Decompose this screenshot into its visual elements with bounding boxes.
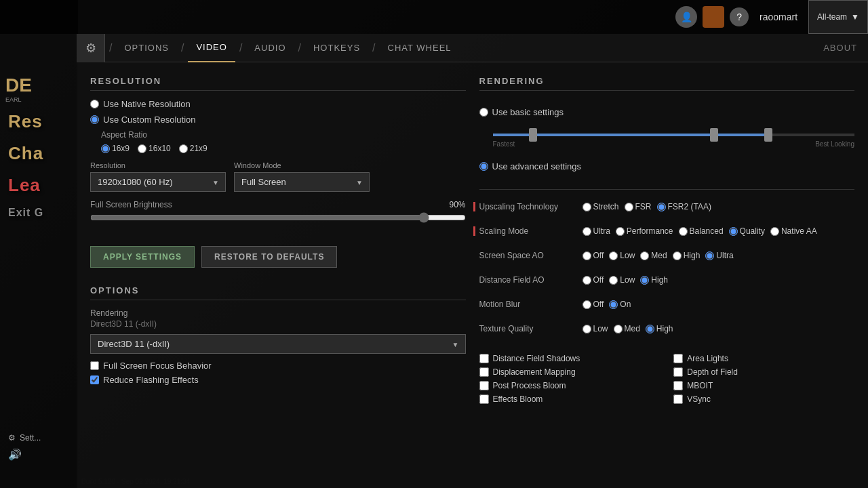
use-advanced-label[interactable]: Use advanced settings bbox=[492, 161, 582, 171]
dm-label[interactable]: Displacement Mapping bbox=[493, 367, 576, 377]
nav-hotkeys[interactable]: HOTKEYS bbox=[305, 34, 368, 62]
ssao-med-radio[interactable] bbox=[640, 251, 649, 260]
window-mode-dropdown-wrapper[interactable]: Full Screen Windowed Borderless bbox=[234, 172, 370, 192]
fullscreen-focus-label[interactable]: Full Screen Focus Behavior bbox=[103, 361, 212, 371]
aspect-16x9-label[interactable]: 16x9 bbox=[112, 144, 130, 153]
resolution-select[interactable]: 1920x1080 (60 Hz) 868x488 (60 Hz) 2560x… bbox=[90, 172, 226, 192]
dfao-high-radio[interactable] bbox=[640, 276, 649, 285]
dfao-low-radio[interactable] bbox=[609, 276, 618, 285]
scaling-performance-label[interactable]: Performance bbox=[627, 226, 673, 236]
use-advanced-radio[interactable] bbox=[479, 162, 488, 171]
upscaling-fsr2-label[interactable]: FSR2 (TAA) bbox=[668, 202, 711, 211]
vsync-checkbox[interactable] bbox=[673, 394, 683, 404]
fullscreen-focus-checkbox[interactable] bbox=[90, 361, 99, 370]
upscaling-fsr-label[interactable]: FSR bbox=[635, 202, 652, 211]
aspect-16x10-radio[interactable] bbox=[138, 144, 146, 153]
dof-checkbox[interactable] bbox=[673, 367, 683, 377]
ssao-high-radio[interactable] bbox=[673, 251, 682, 260]
scaling-quality-label[interactable]: Quality bbox=[740, 226, 765, 236]
eb-label[interactable]: Effects Bloom bbox=[493, 394, 543, 404]
tq-low-label[interactable]: Low bbox=[593, 324, 608, 333]
dfao-off-radio[interactable] bbox=[583, 276, 591, 285]
ssao-ultra-radio[interactable] bbox=[705, 251, 714, 260]
tq-high-radio[interactable] bbox=[646, 325, 654, 333]
use-native-radio[interactable] bbox=[90, 100, 99, 108]
scaling-ultra-radio[interactable] bbox=[583, 227, 591, 236]
use-custom-radio[interactable] bbox=[90, 115, 99, 124]
aspect-21x9-label[interactable]: 21x9 bbox=[190, 144, 208, 153]
restore-defaults-button[interactable]: RESTORE TO DEFAULTS bbox=[201, 246, 337, 268]
reduce-flashing-label[interactable]: Reduce Flashing Effects bbox=[103, 375, 199, 385]
audio-icon[interactable]: 🔊 bbox=[8, 448, 70, 461]
aspect-21x9-radio[interactable] bbox=[179, 144, 188, 153]
aspect-16x10-label[interactable]: 16x10 bbox=[149, 144, 171, 153]
team-dropdown[interactable]: All-team ▼ bbox=[808, 0, 868, 34]
upscaling-fsr-radio[interactable] bbox=[625, 203, 633, 211]
ssao-high-label[interactable]: High bbox=[684, 251, 701, 260]
scaling-balanced-radio[interactable] bbox=[679, 227, 688, 236]
ssao-off-label[interactable]: Off bbox=[593, 251, 604, 260]
ppb-checkbox[interactable] bbox=[479, 381, 489, 390]
window-mode-select[interactable]: Full Screen Windowed Borderless bbox=[234, 172, 370, 192]
dfs-checkbox[interactable] bbox=[479, 354, 489, 363]
dm-checkbox[interactable] bbox=[479, 367, 489, 377]
brightness-slider[interactable] bbox=[90, 212, 466, 223]
al-checkbox[interactable] bbox=[673, 354, 683, 363]
resolution-dropdown-wrapper[interactable]: 1920x1080 (60 Hz) 868x488 (60 Hz) 2560x… bbox=[90, 172, 226, 192]
aspect-16x9-radio[interactable] bbox=[101, 144, 110, 153]
scaling-ultra-label[interactable]: Ultra bbox=[593, 226, 610, 236]
scaling-performance-radio[interactable] bbox=[616, 227, 625, 236]
ssao-ultra-label[interactable]: Ultra bbox=[716, 251, 733, 260]
mb-on-label[interactable]: On bbox=[620, 300, 631, 309]
use-custom-label[interactable]: Use Custom Resolution bbox=[103, 115, 196, 125]
sidebar-item-exit[interactable]: Exit G bbox=[0, 201, 78, 224]
ssao-med-label[interactable]: Med bbox=[651, 251, 667, 260]
nav-chat-wheel[interactable]: CHAT WHEEL bbox=[380, 34, 460, 62]
upscaling-fsr2-radio[interactable] bbox=[657, 203, 666, 211]
scaling-native-aa-radio[interactable] bbox=[770, 227, 779, 236]
nav-about[interactable]: ABOUT bbox=[812, 43, 868, 53]
sidebar-item-lea[interactable]: Lea bbox=[0, 169, 78, 201]
ssao-off-radio[interactable] bbox=[583, 251, 591, 260]
scaling-balanced-label[interactable]: Balanced bbox=[690, 226, 724, 236]
tq-med-radio[interactable] bbox=[614, 325, 623, 333]
mb-off-label[interactable]: Off bbox=[593, 300, 604, 309]
mboit-label[interactable]: MBOIT bbox=[687, 381, 713, 390]
rendering-api-dropdown-wrapper[interactable]: Direct3D 11 (-dxII) Direct3D 12 Vulkan bbox=[90, 334, 466, 354]
tq-high-label[interactable]: High bbox=[656, 324, 673, 333]
apply-settings-button[interactable]: APPLY SETTINGS bbox=[90, 246, 195, 268]
tq-med-label[interactable]: Med bbox=[625, 324, 640, 333]
scaling-native-aa-label[interactable]: Native AA bbox=[781, 226, 817, 236]
reduce-flashing-checkbox[interactable] bbox=[90, 375, 99, 384]
scaling-quality-radio[interactable] bbox=[729, 227, 738, 236]
dfs-label[interactable]: Distance Field Shadows bbox=[493, 354, 580, 363]
dfao-high-label[interactable]: High bbox=[651, 275, 668, 285]
nav-video[interactable]: VIDEO bbox=[188, 34, 235, 62]
upscaling-stretch-radio[interactable] bbox=[583, 203, 591, 211]
use-basic-radio[interactable] bbox=[479, 108, 488, 117]
mboit-checkbox[interactable] bbox=[673, 381, 683, 390]
mb-off-radio[interactable] bbox=[583, 300, 591, 309]
tq-low-radio[interactable] bbox=[583, 325, 591, 333]
use-native-label[interactable]: Use Native Resolution bbox=[103, 99, 191, 109]
dfao-low-label[interactable]: Low bbox=[620, 275, 635, 285]
mb-on-radio[interactable] bbox=[609, 300, 618, 309]
ssao-low-radio[interactable] bbox=[609, 251, 618, 260]
dof-label[interactable]: Depth of Field bbox=[687, 367, 738, 377]
rendering-api-select[interactable]: Direct3D 11 (-dxII) Direct3D 12 Vulkan bbox=[90, 334, 466, 354]
sidebar-item-cha[interactable]: Cha bbox=[0, 138, 78, 169]
nav-gear-icon[interactable]: ⚙ bbox=[77, 34, 105, 62]
nav-options[interactable]: OPTIONS bbox=[116, 34, 177, 62]
upscaling-stretch-label[interactable]: Stretch bbox=[593, 202, 619, 211]
al-label[interactable]: Area Lights bbox=[687, 354, 728, 363]
eb-checkbox[interactable] bbox=[479, 394, 489, 404]
sidebar-item-res[interactable]: Res bbox=[0, 106, 78, 138]
sidebar-settings-item[interactable]: ⚙ Sett... bbox=[8, 433, 70, 443]
use-basic-label[interactable]: Use basic settings bbox=[492, 107, 564, 117]
dfao-off-label[interactable]: Off bbox=[593, 275, 604, 285]
ssao-low-label[interactable]: Low bbox=[620, 251, 635, 260]
help-button[interactable]: ? bbox=[730, 7, 749, 26]
ppb-label[interactable]: Post Process Bloom bbox=[493, 381, 566, 390]
vsync-label[interactable]: VSync bbox=[687, 394, 711, 404]
nav-audio[interactable]: AUDIO bbox=[246, 34, 294, 62]
